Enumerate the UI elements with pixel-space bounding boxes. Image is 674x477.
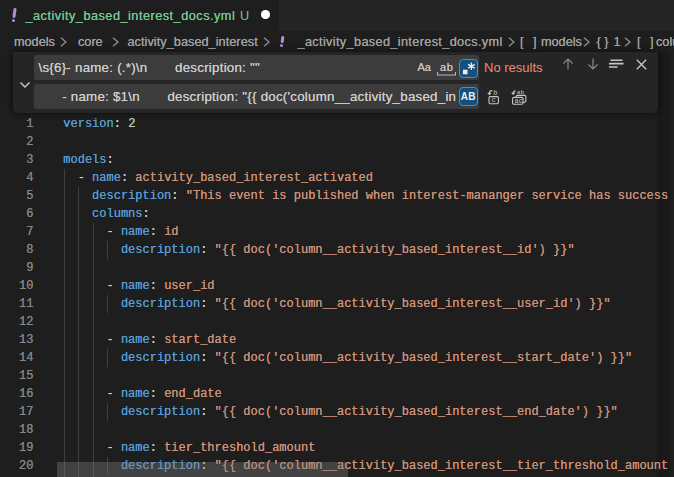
svg-text:c: c	[491, 96, 495, 104]
svg-text:ac: ac	[514, 96, 522, 104]
